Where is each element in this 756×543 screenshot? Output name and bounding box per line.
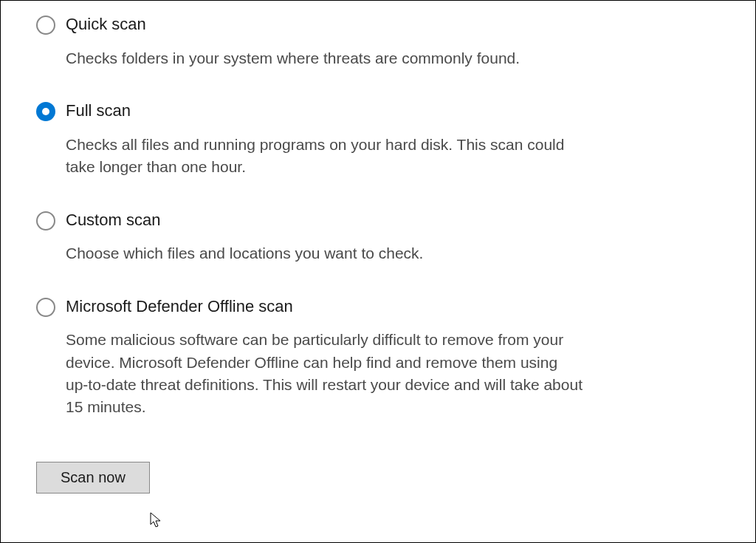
- option-content-custom: Custom scan Choose which files and locat…: [66, 210, 583, 265]
- radio-custom-scan[interactable]: [36, 211, 55, 230]
- scan-option-offline: Microsoft Defender Offline scan Some mal…: [36, 296, 720, 419]
- radio-custom-scan-wrapper: [36, 211, 55, 230]
- scan-option-quick: Quick scan Checks folders in your system…: [36, 14, 720, 69]
- description-offline-scan: Some malicious software can be particula…: [66, 329, 583, 419]
- radio-offline-scan[interactable]: [36, 298, 55, 317]
- scan-now-button[interactable]: Scan now: [36, 462, 150, 494]
- label-custom-scan[interactable]: Custom scan: [66, 210, 583, 231]
- radio-full-scan-wrapper: [36, 102, 55, 121]
- option-content-full: Full scan Checks all files and running p…: [66, 100, 583, 178]
- scan-option-custom: Custom scan Choose which files and locat…: [36, 210, 720, 265]
- description-quick-scan: Checks folders in your system where thre…: [66, 47, 583, 69]
- radio-offline-scan-wrapper: [36, 298, 55, 317]
- option-content-offline: Microsoft Defender Offline scan Some mal…: [66, 296, 583, 419]
- label-offline-scan[interactable]: Microsoft Defender Offline scan: [66, 296, 583, 318]
- option-content-quick: Quick scan Checks folders in your system…: [66, 14, 583, 69]
- label-quick-scan[interactable]: Quick scan: [66, 14, 583, 35]
- label-full-scan[interactable]: Full scan: [66, 100, 583, 122]
- radio-quick-scan[interactable]: [36, 16, 55, 35]
- scan-option-full: Full scan Checks all files and running p…: [36, 100, 720, 178]
- mouse-cursor-icon: [150, 512, 165, 530]
- radio-quick-scan-wrapper: [36, 16, 55, 35]
- description-custom-scan: Choose which files and locations you wan…: [66, 242, 583, 264]
- radio-full-scan[interactable]: [36, 102, 55, 121]
- description-full-scan: Checks all files and running programs on…: [66, 134, 583, 179]
